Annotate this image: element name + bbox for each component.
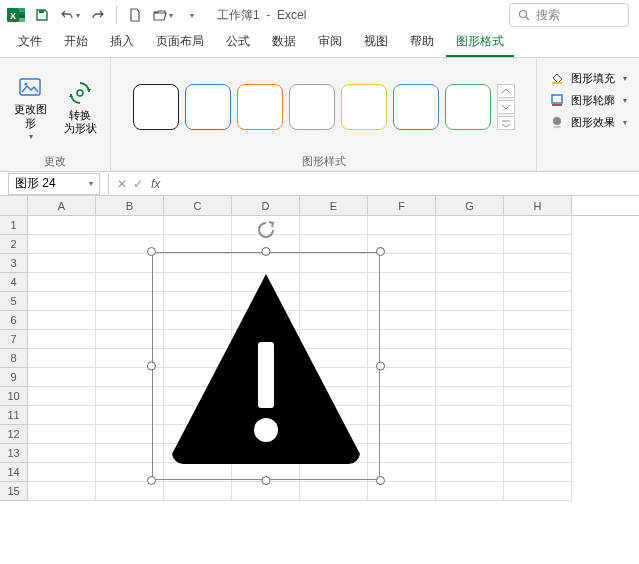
cell[interactable] (436, 311, 504, 330)
tab-帮助[interactable]: 帮助 (400, 28, 444, 57)
tab-文件[interactable]: 文件 (8, 28, 52, 57)
cell[interactable] (28, 368, 96, 387)
row-header-8[interactable]: 8 (0, 349, 28, 368)
column-header-A[interactable]: A (28, 196, 96, 215)
select-all-corner[interactable] (0, 196, 28, 215)
cell[interactable] (504, 273, 572, 292)
formula-input[interactable] (160, 177, 639, 191)
resize-handle-t[interactable] (262, 247, 271, 256)
row-header-2[interactable]: 2 (0, 235, 28, 254)
cell[interactable] (28, 349, 96, 368)
style-swatch-6[interactable] (445, 84, 491, 130)
resize-handle-b[interactable] (262, 476, 271, 485)
cell[interactable] (300, 482, 368, 501)
column-header-C[interactable]: C (164, 196, 232, 215)
name-box[interactable]: 图形 24 ▾ (8, 173, 100, 195)
resize-handle-r[interactable] (376, 362, 385, 371)
style-swatch-5[interactable] (393, 84, 439, 130)
cell[interactable] (96, 216, 164, 235)
search-input[interactable]: 搜索 (509, 3, 629, 27)
cell[interactable] (504, 330, 572, 349)
cell[interactable] (504, 444, 572, 463)
cell[interactable] (436, 368, 504, 387)
cancel-formula-button[interactable]: ✕ (117, 177, 127, 191)
cell[interactable] (436, 349, 504, 368)
cell[interactable] (504, 406, 572, 425)
row-header-14[interactable]: 14 (0, 463, 28, 482)
row-header-7[interactable]: 7 (0, 330, 28, 349)
cell[interactable] (164, 216, 232, 235)
qat-customize-button[interactable]: ▾ (179, 3, 203, 27)
resize-handle-tr[interactable] (376, 247, 385, 256)
style-swatch-1[interactable] (185, 84, 231, 130)
cell[interactable] (28, 463, 96, 482)
cell[interactable] (436, 254, 504, 273)
column-header-F[interactable]: F (368, 196, 436, 215)
cell[interactable] (164, 482, 232, 501)
cell[interactable] (436, 216, 504, 235)
row-header-13[interactable]: 13 (0, 444, 28, 463)
cell[interactable] (436, 387, 504, 406)
open-file-button[interactable]: ▾ (151, 3, 175, 27)
tab-数据[interactable]: 数据 (262, 28, 306, 57)
cell[interactable] (368, 482, 436, 501)
cell[interactable] (436, 463, 504, 482)
resize-handle-tl[interactable] (147, 247, 156, 256)
cell[interactable] (504, 425, 572, 444)
cell[interactable] (504, 311, 572, 330)
redo-button[interactable] (86, 3, 110, 27)
tab-视图[interactable]: 视图 (354, 28, 398, 57)
cell[interactable] (436, 292, 504, 311)
tab-图形格式[interactable]: 图形格式 (446, 28, 514, 57)
gallery-up-button[interactable] (497, 84, 515, 98)
cell[interactable] (28, 330, 96, 349)
tab-页面布局[interactable]: 页面布局 (146, 28, 214, 57)
row-header-1[interactable]: 1 (0, 216, 28, 235)
rotate-handle[interactable] (256, 220, 276, 243)
warning-triangle-shape[interactable] (164, 268, 368, 464)
cell[interactable] (28, 216, 96, 235)
style-swatch-2[interactable] (237, 84, 283, 130)
new-file-button[interactable] (123, 3, 147, 27)
cell[interactable] (504, 235, 572, 254)
cell[interactable] (28, 444, 96, 463)
style-swatch-3[interactable] (289, 84, 335, 130)
column-header-G[interactable]: G (436, 196, 504, 215)
cell[interactable] (436, 273, 504, 292)
change-graphic-button[interactable]: 更改图 形 ▾ (8, 71, 52, 142)
undo-button[interactable]: ▾ (58, 3, 82, 27)
row-header-3[interactable]: 3 (0, 254, 28, 273)
shape-selection[interactable] (152, 252, 380, 480)
column-header-D[interactable]: D (232, 196, 300, 215)
tab-公式[interactable]: 公式 (216, 28, 260, 57)
enter-formula-button[interactable]: ✓ (133, 177, 143, 191)
cell[interactable] (504, 292, 572, 311)
style-swatch-4[interactable] (341, 84, 387, 130)
cell[interactable] (28, 235, 96, 254)
column-header-H[interactable]: H (504, 196, 572, 215)
resize-handle-bl[interactable] (147, 476, 156, 485)
row-header-6[interactable]: 6 (0, 311, 28, 330)
tab-插入[interactable]: 插入 (100, 28, 144, 57)
cell[interactable] (436, 482, 504, 501)
tab-审阅[interactable]: 审阅 (308, 28, 352, 57)
style-swatch-0[interactable] (133, 84, 179, 130)
cell[interactable] (28, 387, 96, 406)
gallery-more-button[interactable] (497, 116, 515, 130)
cell[interactable] (28, 254, 96, 273)
cell[interactable] (504, 216, 572, 235)
cell[interactable] (436, 444, 504, 463)
cell[interactable] (504, 387, 572, 406)
cell[interactable] (504, 482, 572, 501)
cell[interactable] (436, 425, 504, 444)
gallery-down-button[interactable] (497, 100, 515, 114)
cell[interactable] (28, 311, 96, 330)
shape-fill-button[interactable]: 图形填充 ▾ (545, 68, 631, 88)
cell[interactable] (28, 425, 96, 444)
cell[interactable] (368, 216, 436, 235)
tab-开始[interactable]: 开始 (54, 28, 98, 57)
cell[interactable] (504, 368, 572, 387)
cell[interactable] (504, 463, 572, 482)
cell[interactable] (28, 406, 96, 425)
cell[interactable] (504, 254, 572, 273)
